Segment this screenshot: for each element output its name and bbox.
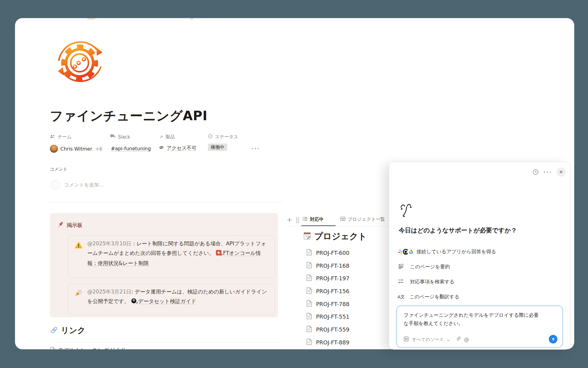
divider [50,342,283,343]
arrow-ne-icon: ↗ [159,134,163,140]
mention-icon[interactable]: @ [464,336,469,343]
close-icon[interactable]: ✕ [556,167,566,177]
document-icon [306,262,312,270]
drag-handle-icon[interactable] [296,217,300,224]
note-text: @2025年3月10日：レート制限に関する問題がある場合、APIプラットフォーム… [87,239,269,268]
notion-logo-icon [404,336,409,343]
document-icon [306,326,312,333]
status-badge: 稼働中 [208,144,227,151]
linked-page-icon: ↗ [216,249,221,259]
project-item[interactable]: PROJ-FT-788 [306,300,349,308]
comments-label: コメント [50,167,67,172]
property-value-slack[interactable]: #api-funetuning [111,146,151,151]
document-icon [306,287,312,295]
google-drive-icon [408,248,414,255]
team-more-count: +6 [95,146,103,152]
notepad-icon [303,231,312,241]
send-button[interactable] [549,335,557,343]
property-label-team[interactable]: チーム [50,134,72,140]
comment-input[interactable]: コメントを追加... [64,182,104,188]
tabbar-divider [287,226,389,226]
svg-text:8: 8 [133,299,134,301]
project-item[interactable]: PROJ-FT-156 [306,287,349,295]
connected-apps-icons [397,248,413,255]
project-item[interactable]: PROJ-FT-168 [306,262,349,270]
document-icon [50,347,55,350]
ai-greeting: 今日はどのようなサポートが必要ですか？ [399,226,517,235]
clipped-link-row[interactable]: モデルトレーニングガイド [50,347,126,349]
property-value-product[interactable]: アクセス不可 [159,145,197,151]
document-icon [306,300,312,308]
arrow-ne-icon: ↗ [220,250,223,260]
project-item[interactable]: PROJ-FT-889 [306,339,349,346]
page-mention-link[interactable]: データセット検証ガイド [138,298,196,304]
project-list-heading: プロジェクト [314,231,367,242]
link-chain-icon [50,326,58,335]
warning-icon [75,242,82,250]
ai-prompt-input[interactable]: ファインチューニングされたモデルをデプロイする際に必要な手順を教えてください。 … [397,306,563,347]
property-label-product[interactable]: ↗ 製品 [159,134,175,140]
suggestion-summarize[interactable]: このページを要約 [398,263,450,270]
ai-prompt-text[interactable]: ファインチューニングされたモデルをデプロイする際に必要な手順を教えてください。 [404,311,542,328]
project-item[interactable]: PROJ-FT-197 [306,274,349,282]
document-icon [306,249,312,257]
date-mention[interactable]: @2025年3月10日 [87,240,131,247]
note-text: @2025年3月21日: データ運用チームは、検証のための新しいガイドラインを公… [87,287,269,307]
property-value-team[interactable]: Chris Witmer +6 [50,145,103,153]
document-icon [306,339,312,346]
tab-project-table[interactable]: プロジェクト一覧 [340,216,389,223]
document-icon [306,274,312,282]
suggestion-search-tasks[interactable]: 対応事項を検索する [398,278,454,286]
properties-more-button[interactable]: ••• [251,146,260,151]
chevron-down-icon [447,337,450,343]
note-callout: @2025年3月10日：レート制限に関する問題がある場合、APIプラットフォーム… [68,236,275,278]
party-popper-icon [74,289,82,298]
tab-in-progress[interactable]: 対応中 [303,216,324,223]
property-label-status[interactable]: ステータス [208,134,238,140]
translate-icon: A文 [398,294,405,300]
board-callout: 掲示板 @2025年3月10日：レート制限に関する問題がある場合、APIプラット… [50,213,278,317]
eye-off-icon [159,145,164,151]
property-label-slack[interactable]: Slack [110,134,130,140]
source-row: すべてのソース @ [404,336,469,343]
source-selector[interactable]: すべてのソース [412,337,444,343]
date-mention[interactable]: @2025年3月21日 [87,289,131,295]
page-title: ファインチューニングAPI [50,107,207,125]
search-list-icon [398,278,404,286]
board-title: 掲示板 [67,222,82,229]
note-callout: @2025年3月21日: データ運用チームは、検証のための新しいガイドラインを公… [68,284,275,315]
panel-more-button[interactable]: ••• [543,170,552,174]
project-item[interactable]: PROJ-FT-559 [306,326,349,333]
project-item[interactable]: PROJ-FT-600 [306,249,349,257]
project-item[interactable]: PROJ-FT-551 [306,313,349,320]
clipped-top-fragment [190,18,193,20]
add-view-button[interactable]: + [287,216,292,224]
pushpin-icon [57,221,64,230]
links-heading: リンク [61,325,85,336]
property-value-status[interactable]: 稼働中 [208,144,227,150]
suggestion-connected-apps[interactable]: 接続しているアプリから回答を得る [397,248,496,255]
suggestion-translate[interactable]: A文 このページを翻訳する [398,293,459,301]
notion-ai-face-icon [399,202,412,219]
people-icon [50,134,55,140]
status-icon [208,134,213,140]
summarize-icon [398,263,404,270]
page-icon-gear[interactable] [54,37,106,90]
attachment-icon[interactable] [455,336,461,343]
list-view-icon [303,216,308,223]
page: ファインチューニングAPI チーム Slack ↗ 製品 ステータス Chris… [0,0,588,368]
linked-page-icon: 8↗ [131,297,137,307]
table-view-icon [340,216,345,223]
comment-avatar-placeholder [51,180,60,190]
divider [50,202,283,202]
arrow-ne-icon: ↗ [135,298,138,308]
chat-bubbles-icon [110,134,115,140]
ai-assistant-panel: ••• ✕ 今日はどのようなサポートが必要ですか？ 接続しているアプリから回答を… [389,162,570,350]
document-icon [306,313,312,320]
history-icon[interactable] [532,169,539,177]
clipped-top-fragment [87,18,95,20]
avatar [50,145,58,153]
